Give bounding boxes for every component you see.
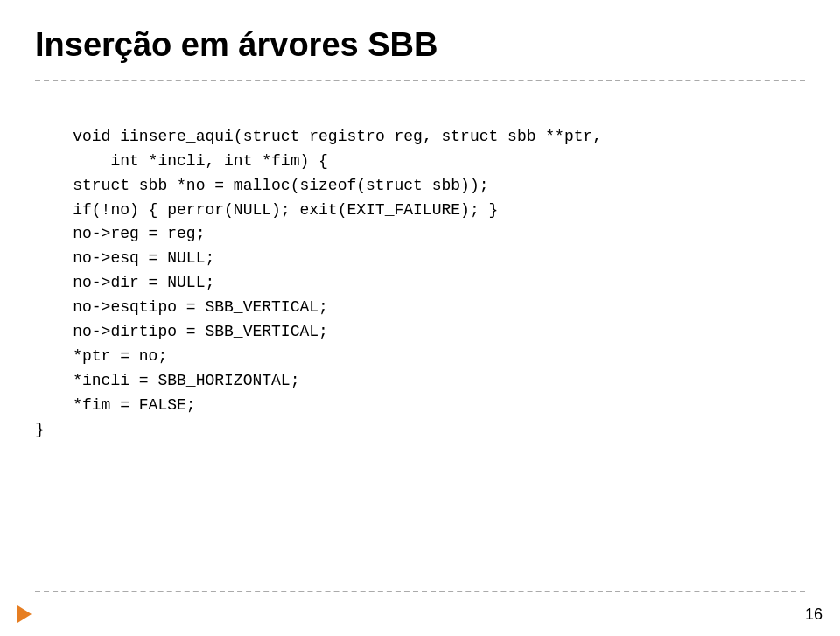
code-line-3: struct sbb *no = malloc(sizeof(struct sb…	[35, 177, 488, 194]
page-number: 16	[805, 605, 822, 624]
bottom-bar: 16	[0, 592, 840, 636]
code-line-4: if(!no) { perror(NULL); exit(EXIT_FAILUR…	[35, 201, 498, 219]
code-line-8: no->esqtipo = SBB_VERTICAL;	[35, 298, 328, 316]
code-line-1: void iinsere_aqui(struct registro reg, s…	[73, 128, 602, 145]
code-line-10: *ptr = no;	[35, 347, 167, 365]
code-line-13: }	[35, 421, 45, 438]
code-line-11: *incli = SBB_HORIZONTAL;	[35, 372, 299, 389]
top-divider	[35, 80, 805, 81]
code-line-9: no->dirtipo = SBB_VERTICAL;	[35, 323, 328, 340]
code-line-7: no->dir = NULL;	[35, 274, 214, 291]
code-block: void iinsere_aqui(struct registro reg, s…	[35, 101, 805, 466]
code-line-6: no->esq = NULL;	[35, 249, 214, 267]
code-line-2: int *incli, int *fim) {	[35, 152, 328, 170]
play-icon	[18, 605, 32, 623]
code-line-12: *fim = FALSE;	[35, 396, 196, 414]
slide-container: Inserção em árvores SBB void iinsere_aqu…	[0, 0, 840, 636]
slide-title: Inserção em árvores SBB	[35, 26, 805, 64]
code-line-5: no->reg = reg;	[35, 225, 205, 242]
